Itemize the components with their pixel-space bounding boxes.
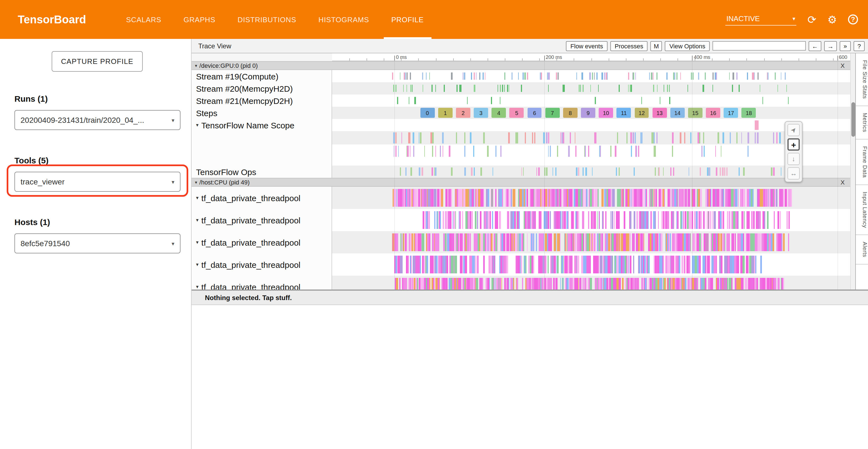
trace-event[interactable]: [600, 256, 602, 273]
trace-event[interactable]: [444, 278, 446, 290]
trace-event[interactable]: [608, 233, 610, 251]
trace-event[interactable]: [483, 256, 485, 273]
trace-event[interactable]: [536, 168, 537, 176]
trace-event[interactable]: [445, 211, 446, 229]
trace-event[interactable]: [406, 168, 406, 176]
trace-event[interactable]: [757, 278, 758, 290]
step-block[interactable]: 18: [742, 108, 756, 118]
trace-event[interactable]: [569, 278, 571, 290]
trace-event[interactable]: [563, 189, 566, 207]
trace-event[interactable]: [692, 211, 693, 229]
trace-event[interactable]: [600, 278, 602, 290]
trace-event[interactable]: [449, 211, 451, 229]
trace-event[interactable]: [522, 278, 523, 290]
trace-event[interactable]: [653, 72, 654, 80]
trace-event[interactable]: [607, 72, 608, 80]
trace-event[interactable]: [769, 278, 772, 290]
trace-event[interactable]: [731, 256, 734, 273]
track-lane[interactable]: 0123456789101112131415161718: [332, 107, 850, 119]
trace-event[interactable]: [779, 132, 781, 143]
trace-event[interactable]: [523, 168, 524, 176]
tab-scalars[interactable]: SCALARS: [118, 0, 169, 39]
trace-event[interactable]: [595, 97, 596, 104]
trace-event[interactable]: [644, 233, 644, 251]
trace-event[interactable]: [576, 72, 577, 80]
trace-event[interactable]: [760, 189, 761, 207]
trace-event[interactable]: [495, 211, 496, 229]
trace-event[interactable]: [616, 211, 618, 229]
trace-event[interactable]: [601, 189, 604, 207]
trace-event[interactable]: [428, 189, 430, 207]
capture-profile-button[interactable]: CAPTURE PROFILE: [52, 51, 143, 72]
trace-event[interactable]: [517, 132, 518, 143]
trace-event[interactable]: [639, 256, 640, 273]
trace-event[interactable]: [767, 233, 768, 251]
trace-event[interactable]: [722, 168, 723, 176]
trace-event[interactable]: [434, 168, 435, 176]
trace-event[interactable]: [408, 132, 410, 143]
trace-event[interactable]: [594, 72, 595, 80]
trace-event[interactable]: [651, 211, 652, 229]
trace-event[interactable]: [707, 233, 708, 251]
trace-event[interactable]: [669, 85, 670, 92]
trace-event[interactable]: [583, 189, 586, 207]
trace-event[interactable]: [699, 256, 701, 273]
trace-event[interactable]: [560, 189, 561, 207]
trace-event[interactable]: [547, 211, 547, 229]
trace-event[interactable]: [457, 85, 457, 92]
trace-event[interactable]: [710, 256, 711, 273]
trace-event[interactable]: [417, 256, 420, 273]
trace-event[interactable]: [595, 233, 596, 251]
trace-event[interactable]: [641, 132, 643, 143]
trace-event[interactable]: [500, 85, 501, 92]
trace-event[interactable]: [534, 211, 536, 229]
trace-event[interactable]: [431, 256, 432, 273]
step-block[interactable]: 6: [527, 108, 542, 118]
process-group-header[interactable]: ▾/host:CPU (pid 49)X: [192, 178, 850, 187]
side-tab-file-size-stats[interactable]: File Size Stats: [856, 53, 868, 106]
track-label[interactable]: Stream #20(MemcpyH2D): [192, 82, 332, 94]
trace-event[interactable]: [670, 168, 671, 176]
trace-event[interactable]: [555, 168, 556, 176]
trace-event[interactable]: [410, 72, 411, 80]
trace-event[interactable]: [606, 256, 608, 273]
trace-event[interactable]: [666, 72, 668, 80]
trace-event[interactable]: [771, 168, 773, 176]
trace-event[interactable]: [504, 85, 505, 92]
expander-icon[interactable]: ▾: [196, 122, 198, 128]
trace-event[interactable]: [455, 256, 457, 273]
trace-event[interactable]: [536, 233, 537, 251]
trace-event[interactable]: [550, 146, 551, 156]
trace-event[interactable]: [687, 189, 690, 207]
trace-event[interactable]: [789, 189, 789, 207]
trace-event[interactable]: [436, 278, 438, 290]
trace-event[interactable]: [503, 233, 505, 251]
trace-event[interactable]: [616, 256, 619, 273]
trace-event[interactable]: [553, 168, 553, 176]
trace-event[interactable]: [747, 211, 748, 229]
trace-event[interactable]: [466, 233, 466, 251]
trace-event[interactable]: [465, 168, 466, 176]
trace-event[interactable]: [500, 233, 501, 251]
trace-event[interactable]: [397, 189, 397, 207]
trace-event[interactable]: [465, 278, 466, 290]
trace-event[interactable]: [703, 278, 704, 290]
trace-event[interactable]: [572, 189, 573, 207]
trace-event[interactable]: [539, 278, 539, 290]
trace-event[interactable]: [655, 168, 656, 176]
trace-event[interactable]: [743, 256, 743, 273]
trace-event[interactable]: [564, 211, 566, 229]
trace-event[interactable]: [602, 211, 603, 229]
trace-event[interactable]: [774, 278, 776, 290]
trace-event[interactable]: [410, 233, 411, 251]
trace-event[interactable]: [449, 233, 451, 251]
trace-event[interactable]: [623, 233, 625, 251]
trace-event[interactable]: [703, 211, 705, 229]
track-label[interactable]: ▾tf_data_private_threadpool: [192, 276, 332, 290]
trace-event[interactable]: [659, 256, 662, 273]
trace-event[interactable]: [392, 72, 394, 80]
trace-event[interactable]: [755, 256, 756, 273]
side-tab-metrics[interactable]: Metrics: [856, 106, 868, 140]
trace-event[interactable]: [778, 233, 779, 251]
trace-event[interactable]: [538, 168, 540, 176]
